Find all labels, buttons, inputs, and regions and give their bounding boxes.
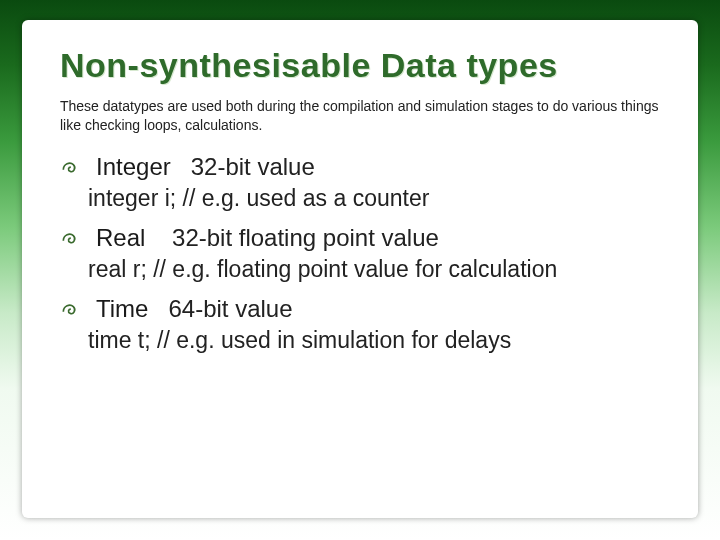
description: 32-bit value (171, 153, 315, 180)
keyword: Integer (96, 153, 171, 180)
swirl-bullet-icon (60, 224, 82, 252)
slide-title: Non-synthesisable Data types (60, 46, 666, 85)
code-example: real r; // e.g. floating point value for… (88, 256, 666, 283)
bullet-item: Real 32-bit floating point value (60, 224, 666, 252)
description: 64-bit value (148, 295, 292, 322)
keyword: Time (96, 295, 148, 322)
keyword: Real (96, 224, 145, 251)
item-text: Time 64-bit value (96, 295, 293, 323)
code-example: integer i; // e.g. used as a counter (88, 185, 666, 212)
slide-subtitle: These datatypes are used both during the… (60, 97, 666, 135)
bullet-item: Integer 32-bit value (60, 153, 666, 181)
swirl-bullet-icon (60, 153, 82, 181)
slide-background: Non-synthesisable Data types These datat… (0, 0, 720, 540)
description: 32-bit floating point value (145, 224, 439, 251)
swirl-bullet-icon (60, 295, 82, 323)
bullet-item: Time 64-bit value (60, 295, 666, 323)
item-text: Real 32-bit floating point value (96, 224, 439, 252)
code-example: time t; // e.g. used in simulation for d… (88, 327, 666, 354)
content-card: Non-synthesisable Data types These datat… (22, 20, 698, 518)
item-text: Integer 32-bit value (96, 153, 315, 181)
